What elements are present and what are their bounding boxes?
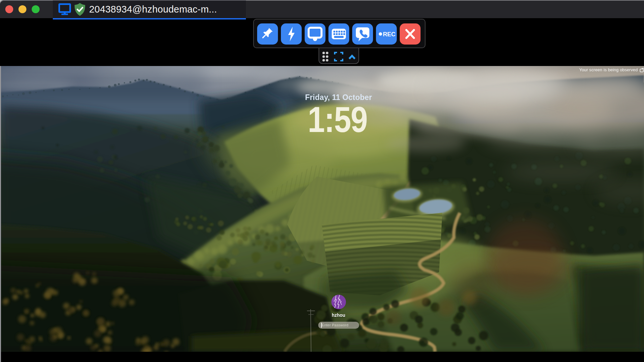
svg-text:REC: REC xyxy=(383,31,395,38)
